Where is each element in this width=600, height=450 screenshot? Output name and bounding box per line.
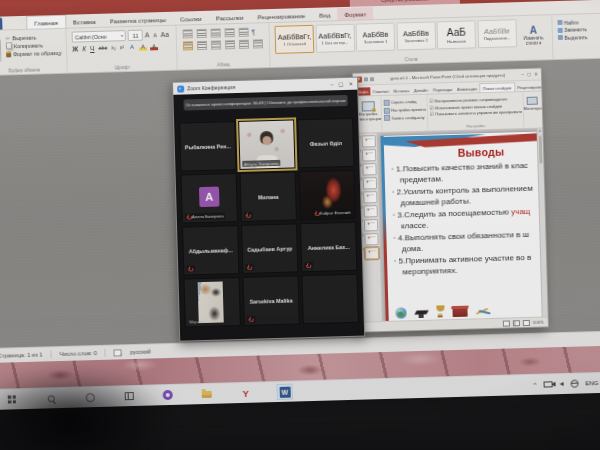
superscript-button[interactable]: x² [120,44,124,50]
word-ribbon-tab[interactable]: Разметка страницы [103,13,173,27]
zoom-level[interactable]: 100% [533,320,544,325]
participant-tile[interactable]: Абдыльманаф... [182,225,239,276]
participant-tile[interactable]: Фазыл Әділ [297,118,354,169]
sorter-view-icon[interactable] [513,320,520,326]
text-effects-button[interactable]: А [128,43,136,51]
subscript-button[interactable]: x₂ [111,44,116,50]
select-button[interactable]: Выделить [557,34,587,41]
highlight-color-button[interactable]: А [139,43,147,51]
underline-button[interactable]: Ч [90,44,95,51]
meeting-time-banner[interactable]: Оставшееся время конференции: 36:48 | Об… [184,95,348,111]
numbering-icon[interactable] [197,29,207,38]
participant-tile[interactable]: Рыбалкина Рен... [179,121,236,172]
participant-tile[interactable]: Sarsekiva Malika [242,275,299,326]
ppt-ribbon-tab[interactable]: Показ слайдов [479,82,515,92]
style-gallery-item[interactable]: АаБбВв Заголовок 2 [396,21,436,50]
normal-view-icon[interactable] [503,320,510,326]
style-gallery-item[interactable]: АаБбВвГг, 1 Обычный [275,25,315,54]
participant-tile[interactable]: Айгуль Закарьина [238,119,295,170]
font-color-button[interactable]: А [150,42,158,50]
explorer-button[interactable] [200,387,214,401]
align-right-icon[interactable] [211,40,221,49]
ppt-ribbon-button[interactable]: Настройка времени [384,106,426,113]
participant-tile[interactable]: Анжелика Бах... [300,222,357,273]
input-language-indicator[interactable]: ENG [585,380,598,386]
yandex-browser-button[interactable]: Y [239,386,253,400]
ppt-checkbox[interactable]: ☑Показывать элементы управления проигрыв… [430,109,522,117]
ppt-ribbon-tab[interactable]: Переходы [430,85,455,94]
increase-indent-icon[interactable] [239,28,249,37]
word-count[interactable]: Число слов: 0 [60,350,98,357]
copy-button[interactable]: Копировать [6,41,62,50]
style-gallery-item[interactable]: АаБбВвГг, 1 Без интер... [315,24,355,53]
word-ribbon-tab[interactable]: Рецензирование [250,9,312,23]
change-case-button[interactable]: Аа [161,31,169,38]
align-center-icon[interactable] [197,41,207,50]
grow-font-button[interactable]: А [145,31,150,38]
undo-icon[interactable] [370,77,374,81]
paste-button[interactable] [0,34,3,67]
font-name-select[interactable]: Calibri (Осно▾ [72,30,126,43]
format-painter-button[interactable]: Формат по образцу [6,49,61,57]
participant-tile[interactable]: A Алена Бакирова [181,173,238,224]
participant-tile[interactable] [301,274,358,325]
spellcheck-icon[interactable] [114,349,122,356]
strikethrough-button[interactable]: abc [98,45,107,51]
participant-tile[interactable]: Садыбаев Артур [241,223,298,274]
word-ribbon-tab[interactable]: Формат [337,7,373,20]
word-taskbar-button[interactable]: W [278,385,292,399]
page-indicator[interactable]: Страница: 1 из 1 [0,352,43,359]
network-icon[interactable] [570,380,578,388]
pilcrow-icon[interactable]: ¶ [252,28,256,35]
line-spacing-icon[interactable] [239,40,249,49]
ppt-ribbon-tab[interactable]: Дизайн [411,86,430,95]
slide-canvas[interactable]: Выводы •1.Повысить качество знаний в кла… [381,130,548,321]
close-button[interactable]: ✕ [348,81,353,87]
bullets-icon[interactable] [183,29,193,38]
justify-icon[interactable] [225,40,235,49]
style-gallery-item[interactable]: АаБбВв Подзаголов... [477,19,517,48]
save-icon[interactable] [364,77,368,81]
participant-tile[interactable]: Кайрат Евгений [299,170,356,221]
word-file-tab[interactable]: Файл [0,18,2,31]
decrease-indent-icon[interactable] [225,28,235,37]
ppt-ribbon-tab[interactable]: Анимации [455,84,480,93]
minimize-button[interactable]: – [330,81,333,87]
maximize-button[interactable]: ▢ [338,81,343,87]
maximize-button[interactable]: ▢ [527,72,531,77]
find-button[interactable]: Найти [557,19,587,26]
multilevel-list-icon[interactable] [211,28,221,37]
style-gallery-item[interactable]: АаБ Название [436,20,476,49]
minimize-button[interactable]: – [521,72,524,77]
slideshow-view-icon[interactable] [523,319,530,325]
participant-tile[interactable]: Милана [240,171,297,222]
ppt-ribbon-button[interactable]: Запись слайд-шоу [384,114,426,121]
bold-button[interactable]: Ж [72,45,78,52]
align-left-icon[interactable] [183,41,193,50]
word-ribbon-tab[interactable]: Главная [26,15,66,29]
cut-button[interactable]: ✂Вырезать [6,33,61,41]
language-indicator[interactable]: русский [130,349,151,356]
word-ribbon-tab[interactable]: Ссылки [173,12,209,25]
ppt-ribbon-button[interactable]: Скрыть слайд [383,99,425,106]
change-styles-button[interactable]: А Изменить стили ▾ [520,18,547,52]
font-size-select[interactable]: 11 [128,30,143,41]
word-ribbon-tab[interactable]: Вид [312,8,338,21]
word-ribbon-tab[interactable]: Рассылки [209,11,251,24]
volume-icon[interactable] [559,382,563,386]
participant-tile[interactable]: Марина [184,277,241,328]
close-button[interactable]: ✕ [534,72,538,77]
shrink-font-button[interactable]: А [153,32,157,38]
tray-chevron-icon[interactable]: ^ [534,382,537,388]
ppt-ribbon-tab[interactable]: Главная [370,87,391,96]
italic-button[interactable]: К [82,45,86,52]
style-gallery-item[interactable]: АаБбВв Заголовок 1 [356,23,396,52]
checkbox-checked-icon: ☑ [429,98,433,103]
ppt-ribbon-tab[interactable]: Вставка [391,86,412,95]
battery-icon[interactable] [543,381,552,387]
participant-grid: Рыбалкина Рен... Айгуль Зак [174,118,364,328]
word-ribbon-tab[interactable]: Вставка [66,15,103,28]
monitors-group[interactable]: Мониторы [523,92,542,128]
replace-button[interactable]: Заменить [557,26,587,33]
borders-icon[interactable] [253,39,263,48]
